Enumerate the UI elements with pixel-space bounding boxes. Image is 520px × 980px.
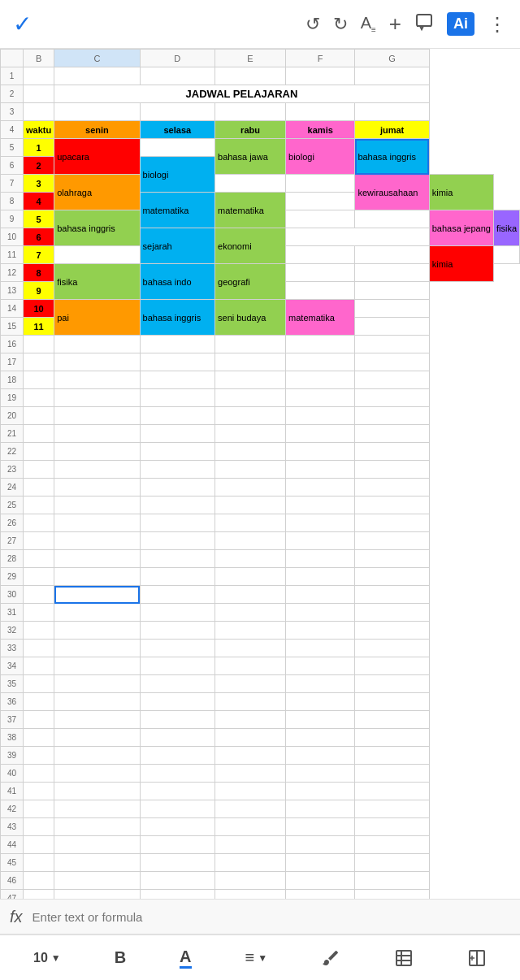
col-header-e[interactable]: E [215, 50, 286, 67]
align-chevron[interactable]: ▼ [258, 952, 267, 964]
cell-g12[interactable] [355, 264, 429, 282]
cell-b1[interactable] [24, 67, 54, 85]
font-size-control[interactable]: 10 ▼ [33, 951, 61, 965]
cell-d11[interactable] [286, 246, 355, 264]
cell-c11[interactable] [54, 246, 140, 264]
col-header-b[interactable]: B [24, 50, 54, 67]
fill-color-icon[interactable] [321, 948, 340, 968]
cell-bahasa-inggris-jumat[interactable]: bahasa inggris [355, 139, 429, 175]
font-size-value[interactable]: 10 [33, 951, 48, 965]
cell-num-9-5[interactable]: 5 [24, 210, 54, 228]
cell-num-6-2[interactable]: 2 [24, 157, 54, 175]
cell-num-15-11[interactable]: 11 [24, 318, 54, 336]
bold-icon[interactable]: B [115, 948, 126, 967]
cell-d7[interactable] [215, 175, 286, 193]
cell-f1[interactable] [286, 67, 355, 85]
cell-g13[interactable] [355, 282, 429, 300]
redo-icon[interactable]: ↻ [333, 14, 348, 35]
cell-olahraga[interactable]: olahraga [54, 175, 140, 210]
cell-num-5-1[interactable]: 1 [24, 139, 54, 157]
cell-g14[interactable] [355, 300, 429, 318]
cell-c3[interactable] [54, 103, 140, 121]
ai-badge[interactable]: Ai [447, 12, 474, 36]
cell-sejarah[interactable]: sejarah [140, 228, 214, 264]
cell-num-11-7[interactable]: 7 [24, 246, 54, 264]
cell-upacara[interactable]: upacara [54, 139, 140, 175]
bold-button[interactable]: B [115, 948, 126, 967]
cell-selasa[interactable]: selasa [140, 121, 214, 139]
cell-pai[interactable]: pai [54, 300, 140, 336]
cell-e3[interactable] [215, 103, 286, 121]
cell-biologi-selasa[interactable]: biologi [140, 157, 214, 193]
col-header-c[interactable]: C [54, 50, 140, 67]
cell-e9[interactable] [355, 210, 429, 228]
cell-g11[interactable] [493, 246, 519, 264]
cell-b2[interactable] [24, 85, 54, 103]
cell-num-8-4[interactable]: 4 [24, 193, 54, 210]
cell-kimia-jumat[interactable]: kimia [429, 175, 493, 210]
table-format-button[interactable] [394, 948, 414, 968]
cell-jumat[interactable]: jumat [355, 121, 429, 139]
cell-d9[interactable] [286, 210, 355, 228]
cell-num-14-10[interactable]: 10 [24, 300, 54, 318]
formula-input[interactable] [32, 910, 510, 924]
cell-rabu[interactable]: rabu [215, 121, 286, 139]
col-header-g[interactable]: G [355, 50, 429, 67]
cell-bahasa-jawa[interactable]: bahasa jawa [215, 139, 286, 175]
cell-d3[interactable] [140, 103, 214, 121]
cell-b3[interactable] [24, 103, 54, 121]
font-format-icon[interactable]: A≡ [361, 14, 376, 34]
cell-bahasa-inggris-selasa[interactable]: bahasa inggris [140, 300, 214, 336]
insert-col-icon[interactable] [467, 948, 487, 968]
selected-cell-c30[interactable] [54, 586, 140, 604]
cell-matematika-kamis[interactable]: matematika [286, 300, 355, 336]
table-icon[interactable] [394, 948, 414, 968]
cell-waktu[interactable]: waktu [24, 121, 54, 139]
cell-num-13-9[interactable]: 9 [24, 282, 54, 300]
scroll-area[interactable]: B C D E F G 1 [0, 49, 520, 899]
cell-e11[interactable] [355, 246, 429, 264]
undo-icon[interactable]: ↺ [306, 14, 320, 35]
cell-num-10-6[interactable]: 6 [24, 228, 54, 246]
cell-biologi-kamis[interactable]: biologi [286, 139, 355, 175]
cell-matematika-selasa[interactable]: matematika [140, 193, 214, 228]
cell-kimia-kamis[interactable]: kimia [429, 246, 493, 282]
cell-bahasa-jepang[interactable]: bahasa jepang [429, 210, 493, 246]
col-header-d[interactable]: D [140, 50, 214, 67]
cell-bahasa-inggris-senin[interactable]: bahasa inggris [54, 210, 140, 246]
cell-g15[interactable] [355, 318, 429, 336]
cell-c1[interactable] [54, 67, 140, 85]
cell-senin[interactable]: senin [54, 121, 140, 139]
cell-seni-budaya[interactable]: seni budaya [215, 300, 286, 336]
col-header-f[interactable]: F [286, 50, 355, 67]
cell-g1[interactable] [355, 67, 429, 85]
more-icon[interactable]: ⋮ [488, 13, 507, 36]
cell-kamis[interactable]: kamis [286, 121, 355, 139]
text-color-button[interactable]: A [180, 947, 191, 969]
cell-geografi[interactable]: geografi [215, 264, 286, 300]
cell-fisika-senin[interactable]: fisika [54, 264, 140, 300]
title-cell[interactable]: JADWAL PELAJARAN [54, 85, 430, 103]
check-icon[interactable]: ✓ [13, 11, 32, 37]
cell-num-12-8[interactable]: 8 [24, 264, 54, 282]
cell-matematika-rabu[interactable]: matematika [215, 193, 286, 228]
cell-bahasa-indo[interactable]: bahasa indo [140, 264, 214, 300]
font-size-chevron[interactable]: ▼ [51, 952, 61, 964]
cell-g3[interactable] [355, 103, 429, 121]
cell-ekonomi[interactable]: ekonomi [215, 228, 286, 264]
cell-e7[interactable] [286, 175, 355, 193]
cell-d5[interactable] [140, 139, 214, 157]
cell-d1[interactable] [140, 67, 214, 85]
add-icon[interactable]: + [389, 11, 401, 37]
insert-col-button[interactable] [467, 948, 487, 968]
cell-num-7-3[interactable]: 3 [24, 175, 54, 193]
cell-fisika-jumat[interactable]: fisika [493, 210, 519, 246]
align-button[interactable]: ≡ ▼ [245, 948, 267, 967]
cell-f12[interactable] [286, 264, 355, 282]
cell-f13[interactable] [286, 282, 355, 300]
cell-kewirausahaan[interactable]: kewirausahaan [355, 175, 429, 210]
comment-icon[interactable] [414, 12, 434, 37]
cell-e1[interactable] [215, 67, 286, 85]
cell-f3[interactable] [286, 103, 355, 121]
align-icon[interactable]: ≡ [245, 948, 254, 967]
